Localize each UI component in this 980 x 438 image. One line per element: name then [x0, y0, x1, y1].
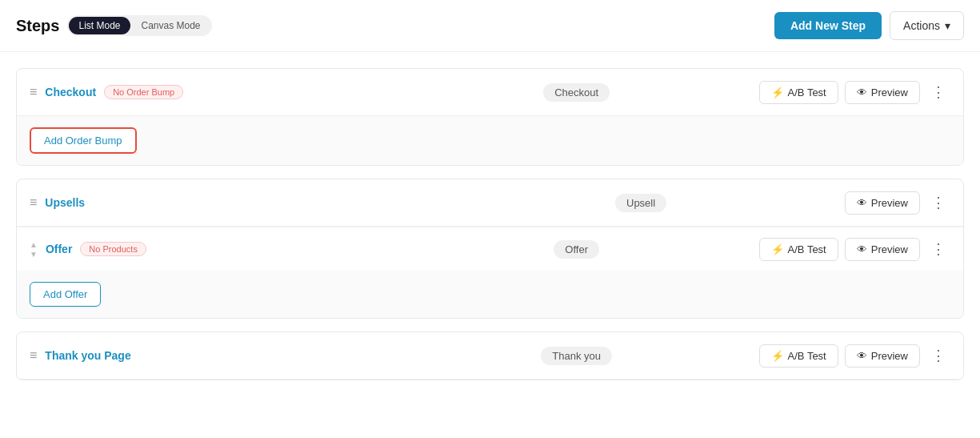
drag-icon[interactable]: ≡	[30, 85, 37, 99]
actions-label: Actions	[903, 19, 940, 32]
upsells-card: ≡ Upsells Upsell 👁 Preview ⋮ ▲ ▼	[16, 179, 964, 319]
page-title: Steps	[16, 17, 59, 35]
upsells-header-left: ≡ Upsells	[30, 195, 437, 210]
offer-type-badge: Offer	[554, 240, 599, 259]
header-right: Add New Step Actions ▾	[774, 11, 964, 40]
offer-header-center: Offer	[394, 240, 759, 259]
thank-you-type-badge: Thank you	[541, 347, 612, 365]
upsells-header-center: Upsell	[437, 194, 844, 212]
thank-you-preview-icon: 👁	[857, 350, 867, 362]
preview-icon: 👁	[857, 86, 867, 98]
checkout-header-left: ≡ Checkout No Order Bump	[30, 85, 394, 99]
thank-you-drag-icon[interactable]: ≡	[30, 348, 37, 363]
arrow-down-icon: ▼	[30, 250, 38, 259]
upsells-drag-icon[interactable]: ≡	[30, 195, 37, 210]
upsells-header: ≡ Upsells Upsell 👁 Preview ⋮	[17, 179, 963, 227]
checkout-body: Add Order Bump	[17, 116, 963, 165]
thank-you-header: ≡ Thank you Page Thank you ⚡ A/B Test 👁 …	[17, 332, 963, 380]
upsells-body: Add Offer	[17, 271, 963, 318]
thank-you-ab-test-button[interactable]: ⚡ A/B Test	[759, 344, 838, 368]
ab-icon: ⚡	[771, 86, 784, 98]
thank-you-header-right: ⚡ A/B Test 👁 Preview ⋮	[759, 344, 950, 368]
add-offer-button[interactable]: Add Offer	[30, 282, 101, 307]
page-header: Steps List Mode Canvas Mode Add New Step…	[0, 0, 980, 52]
no-order-bump-badge: No Order Bump	[104, 85, 183, 99]
checkout-step-name[interactable]: Checkout	[45, 86, 96, 98]
upsells-preview-button[interactable]: 👁 Preview	[845, 191, 920, 215]
thank-you-preview-button[interactable]: 👁 Preview	[845, 344, 920, 368]
offer-more-button[interactable]: ⋮	[926, 237, 950, 261]
offer-sub-step-row: ▲ ▼ Offer No Products Offer ⚡ A/B Test 👁…	[17, 227, 963, 271]
actions-button[interactable]: Actions ▾	[890, 11, 964, 40]
header-left: Steps List Mode Canvas Mode	[16, 15, 212, 36]
arrow-up-icon: ▲	[30, 240, 38, 249]
offer-header-right: ⚡ A/B Test 👁 Preview ⋮	[759, 237, 950, 261]
upsells-header-right: 👁 Preview ⋮	[845, 191, 950, 215]
canvas-mode-button[interactable]: Canvas Mode	[132, 17, 210, 34]
thank-you-step-name[interactable]: Thank you Page	[45, 349, 130, 362]
thank-you-header-left: ≡ Thank you Page	[30, 348, 394, 363]
checkout-header-center: Checkout	[394, 83, 759, 102]
offer-ab-icon: ⚡	[771, 243, 784, 255]
thank-you-card: ≡ Thank you Page Thank you ⚡ A/B Test 👁 …	[16, 332, 964, 380]
checkout-header: ≡ Checkout No Order Bump Checkout ⚡ A/B …	[17, 69, 963, 116]
mode-toggle: List Mode Canvas Mode	[67, 15, 211, 36]
checkout-type-badge: Checkout	[543, 83, 610, 102]
thank-you-ab-icon: ⚡	[771, 350, 784, 362]
no-products-badge: No Products	[80, 242, 146, 256]
preview-eye-icon: 👁	[857, 197, 867, 209]
add-new-step-button[interactable]: Add New Step	[774, 12, 882, 39]
offer-sub-step-left: ▲ ▼ Offer No Products	[30, 240, 394, 259]
upsells-type-badge: Upsell	[615, 194, 666, 212]
checkout-preview-button[interactable]: 👁 Preview	[845, 81, 920, 104]
upsells-step-name[interactable]: Upsells	[45, 196, 85, 209]
add-order-bump-button[interactable]: Add Order Bump	[30, 127, 137, 154]
offer-preview-icon: 👁	[857, 243, 867, 255]
thank-you-header-center: Thank you	[394, 347, 759, 365]
offer-preview-button[interactable]: 👁 Preview	[845, 238, 920, 261]
thank-you-more-button[interactable]: ⋮	[926, 344, 950, 368]
checkout-ab-test-button[interactable]: ⚡ A/B Test	[759, 81, 838, 104]
offer-step-name[interactable]: Offer	[46, 243, 72, 255]
offer-reorder-arrows[interactable]: ▲ ▼	[30, 240, 38, 259]
offer-ab-test-button[interactable]: ⚡ A/B Test	[759, 238, 838, 261]
main-content: ≡ Checkout No Order Bump Checkout ⚡ A/B …	[0, 52, 980, 396]
checkout-more-button[interactable]: ⋮	[926, 80, 950, 104]
checkout-header-right: ⚡ A/B Test 👁 Preview ⋮	[759, 80, 950, 104]
list-mode-button[interactable]: List Mode	[69, 17, 130, 34]
checkout-card: ≡ Checkout No Order Bump Checkout ⚡ A/B …	[16, 68, 964, 166]
chevron-down-icon: ▾	[945, 19, 950, 32]
upsells-more-button[interactable]: ⋮	[926, 191, 950, 215]
